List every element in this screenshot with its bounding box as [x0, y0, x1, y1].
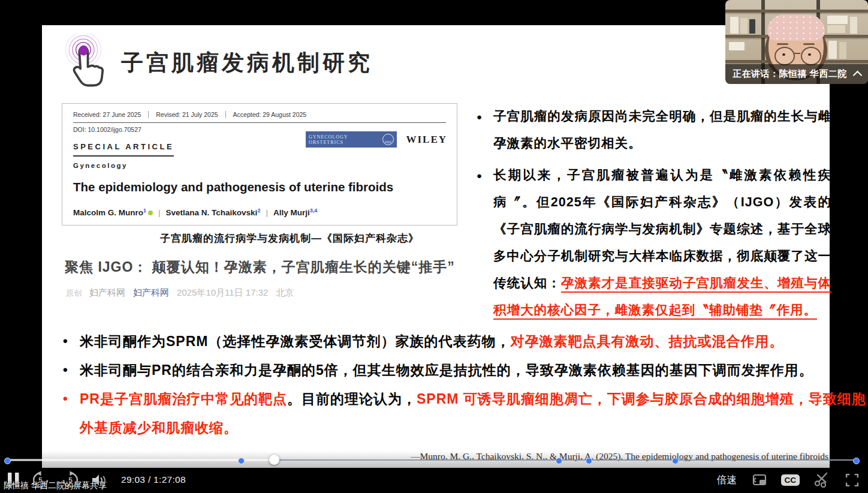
journal-logo: GYNECOLOGY OBSTETRICS FIGO [306, 131, 397, 148]
text-segment: 。目前的理论认为， [287, 391, 417, 407]
author-separator: | [260, 208, 273, 217]
clip-scissors-button[interactable] [813, 472, 831, 488]
figo-emblem: FIGO [382, 134, 394, 145]
accepted-date: Accepted: 29 August 2025 [225, 111, 314, 118]
article-category: Gynecology [73, 162, 446, 169]
eyebrow [803, 43, 815, 45]
wechat-meta-row: 原创 妇产科网 妇产科网 2025年10月11日 17:32 北京 [66, 287, 294, 299]
timeline-marker-dot[interactable] [586, 458, 592, 464]
book [749, 19, 755, 34]
article-caption-cn: 子宫肌瘤的流行病学与发病机制—《国际妇产科杂志》 [62, 232, 517, 245]
chevron-up-icon[interactable] [853, 71, 863, 80]
paper-title: The epidemiology and pathogenesis of ute… [73, 180, 446, 194]
shelf-board [725, 10, 868, 13]
eyebrow [777, 43, 788, 45]
subtitles-cc-button[interactable]: CC [781, 474, 800, 486]
publish-datetime: 2025年10月11日 17:32 [177, 287, 268, 299]
author-name: Malcolm G. Munro1 [73, 208, 153, 217]
book [839, 42, 846, 59]
wechat-account: 妇产科网 [89, 287, 125, 299]
author-list: Malcolm G. Munro1|Svetlana N. Tchaikovsk… [73, 207, 446, 217]
text-segment: 子宫肌瘤的发病原因尚未完全明确，但是肌瘤的生长与雌孕激素的水平密切相关。 [493, 109, 831, 151]
timeline-played-segment [8, 459, 275, 461]
divider [73, 122, 446, 123]
publisher-logo: WILEY [406, 134, 447, 146]
webcam-video-tile[interactable]: 正在讲话：陈恒禧 华西二院 [725, 0, 868, 84]
text-segment: 米非司酮与PR的结合亲和力是孕酮的5倍，但其生物效应是拮抗性的，导致孕激素依赖基… [80, 362, 813, 378]
bullet-item: 子宫肌瘤的发病原因尚未完全明确，但是肌瘤的生长与雌孕激素的水平密切相关。 [477, 103, 831, 157]
text-segment: PR是子宫肌瘤治疗中常见的靶点 [80, 391, 287, 407]
journal-article-screenshot: Received: 27 June 2025 Revised: 21 July … [62, 103, 457, 226]
timeline-marker-dot[interactable] [853, 458, 860, 464]
book [828, 41, 837, 59]
bullet-item: 米非司酮与PR的结合亲和力是孕酮的5倍，但其生物效应是拮抗性的，导致孕激素依赖基… [57, 356, 867, 384]
pink-headband [767, 14, 825, 41]
player-controls-right: 倍速 CC [717, 468, 860, 491]
book [850, 17, 857, 34]
screen-share-owner-label: 陈恒禧 华西二院的屏幕共享 [4, 480, 107, 491]
book [827, 16, 848, 24]
timeline-marker-dot[interactable] [4, 458, 11, 464]
slide-title-row: 子宫肌瘤发病机制研究 [60, 34, 373, 91]
time-display: 29:03 / 1:27:08 [121, 474, 186, 485]
touch-pointer-icon [60, 34, 106, 91]
book [827, 25, 845, 33]
active-speaker-bar: 正在讲话：陈恒禧 华西二院 [725, 64, 868, 84]
article-dates-row: Received: 27 June 2025 Revised: 21 July … [73, 111, 446, 118]
book [740, 18, 748, 34]
shared-slide: 子宫肌瘤发病机制研究 Received: 27 June 2025 Revise… [42, 25, 830, 468]
text-segment: 米非司酮作为SPRM（选择性孕激素受体调节剂）家族的代表药物， [80, 333, 510, 349]
glasses-bridge [793, 53, 800, 54]
glasses-right-lens [801, 47, 821, 65]
journal-name: GYNECOLOGY OBSTETRICS [309, 134, 348, 145]
author-name: Svetlana N. Tchaikovski2 [166, 208, 261, 217]
author-name: Ally Murji3,4 [273, 208, 317, 217]
book [730, 17, 739, 34]
text-segment: 对孕激素靶点具有激动、拮抗或混合作用。 [510, 333, 783, 349]
timeline-marker-dot[interactable] [238, 458, 245, 464]
timeline-playhead[interactable] [269, 455, 279, 465]
glasses-left-lens [774, 47, 795, 65]
publish-location: 北京 [276, 287, 294, 299]
video-timeline[interactable] [8, 459, 857, 461]
orcid-icon [148, 211, 153, 215]
book [729, 42, 745, 50]
timeline-marker-dot[interactable] [556, 458, 562, 464]
received-date: Received: 27 June 2025 [73, 111, 148, 118]
playback-speed-button[interactable]: 倍速 [717, 473, 737, 487]
bullet-item: 长期以来，子宫肌瘤被普遍认为是〝雌激素依赖性疾病〞。但2025年《国际妇产科杂志… [477, 162, 831, 324]
page-title: 子宫肌瘤发病机制研究 [121, 48, 373, 78]
article-section: SPECIAL ARTICLE [73, 142, 174, 157]
bullet-item: 米非司酮作为SPRM（选择性孕激素受体调节剂）家族的代表药物，对孕激素靶点具有激… [57, 327, 867, 356]
eye [808, 53, 811, 56]
author-separator: | [153, 208, 166, 217]
mirror-screen-icon[interactable] [751, 473, 767, 487]
active-speaker-label: 正在讲话：陈恒禧 华西二院 [733, 68, 847, 80]
fullscreen-button[interactable] [845, 473, 860, 488]
wechat-headline: 聚焦 IJGO： 颠覆认知！孕激素，子宫肌瘤生长的关键“推手” [65, 258, 455, 276]
timeline-marker-dot[interactable] [672, 458, 679, 464]
right-bullet-list: 子宫肌瘤的发病原因尚未完全明确，但是肌瘤的生长与雌孕激素的水平密切相关。长期以来… [477, 103, 831, 329]
revised-date: Revised: 21 July 2025 [148, 111, 225, 118]
bottom-bullet-list: 米非司酮作为SPRM（选择性孕激素受体调节剂）家族的代表药物，对孕激素靶点具有激… [57, 327, 867, 442]
bullet-item: PR是子宫肌瘤治疗中常见的靶点。目前的理论认为，SPRM 可诱导肌瘤细胞凋亡，下… [57, 384, 867, 442]
text-segment: 长期以来，子宫肌瘤被普遍认为是〝雌激素依赖性疾病〞。但2025年《国际妇产科杂志… [493, 168, 831, 290]
origin-tag: 原创 [66, 288, 82, 299]
eye [782, 53, 785, 56]
wechat-account-link[interactable]: 妇产科网 [133, 287, 169, 299]
